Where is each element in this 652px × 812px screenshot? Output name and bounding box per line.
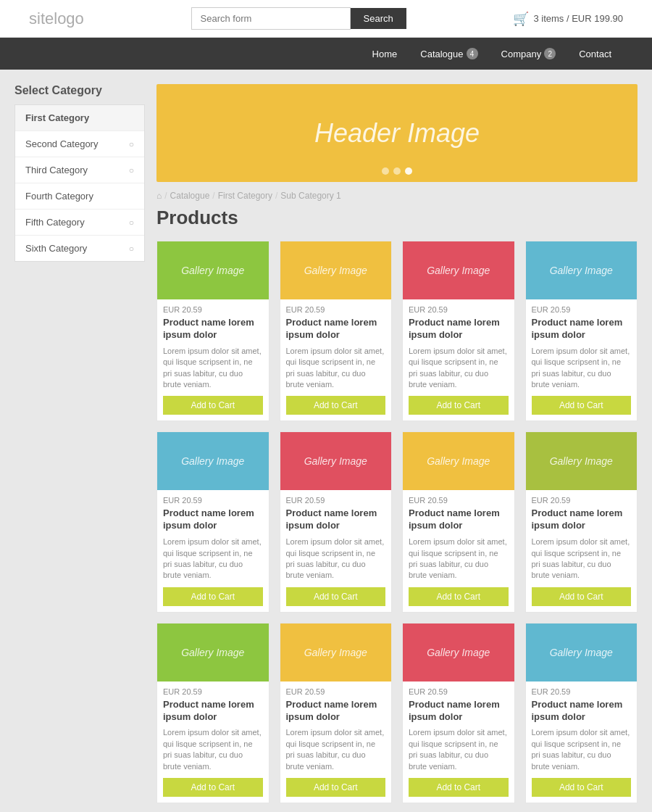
- product-desc-1: Lorem ipsum dolor sit amet, qui lisque s…: [163, 346, 263, 391]
- product-name-9: Product name lorem ipsum dolor: [163, 699, 263, 724]
- breadcrumb-catalogue[interactable]: Catalogue: [170, 191, 210, 201]
- product-price-2: EUR 20.59: [286, 305, 386, 314]
- breadcrumb-current: Sub Category 1: [280, 191, 340, 201]
- product-body-2: EUR 20.59 Product name lorem ipsum dolor…: [280, 299, 392, 420]
- chevron-right-icon: ○: [129, 218, 134, 228]
- category-label: Second Category: [25, 138, 98, 149]
- chevron-right-icon: ○: [129, 139, 134, 149]
- product-name-5: Product name lorem ipsum dolor: [163, 508, 263, 532]
- chevron-right-icon: ○: [129, 165, 134, 175]
- product-card-10: Gallery Image EUR 20.59 Product name lor…: [280, 623, 393, 803]
- product-price-9: EUR 20.59: [163, 687, 263, 696]
- add-to-cart-button-11[interactable]: Add to Cart: [409, 778, 509, 797]
- search-area: Search: [191, 7, 406, 30]
- cart-area[interactable]: 🛒 3 items / EUR 199.90: [513, 11, 623, 27]
- category-label: Fifth Category: [25, 217, 85, 228]
- nav-item-company[interactable]: Company 2: [490, 38, 568, 70]
- product-desc-3: Lorem ipsum dolor sit amet, qui lisque s…: [409, 346, 509, 391]
- product-name-3: Product name lorem ipsum dolor: [409, 317, 509, 341]
- product-body-7: EUR 20.59 Product name lorem ipsum dolor…: [403, 490, 514, 611]
- site-header: sitelogo Search 🛒 3 items / EUR 199.90: [0, 0, 652, 38]
- product-name-1: Product name lorem ipsum dolor: [163, 317, 263, 341]
- product-price-3: EUR 20.59: [409, 305, 509, 314]
- sidebar-item-third-category[interactable]: Third Category ○: [15, 157, 144, 183]
- product-image-6: Gallery Image: [280, 432, 392, 490]
- product-desc-6: Lorem ipsum dolor sit amet, qui lisque s…: [286, 536, 386, 581]
- main-wrapper: Select Category First Category Second Ca…: [14, 84, 638, 812]
- product-body-10: EUR 20.59 Product name lorem ipsum dolor…: [280, 682, 392, 803]
- products-title: Products: [156, 207, 638, 229]
- search-input[interactable]: [191, 7, 351, 30]
- home-icon[interactable]: ⌂: [156, 191, 162, 201]
- product-body-1: EUR 20.59 Product name lorem ipsum dolor…: [157, 299, 269, 420]
- product-desc-4: Lorem ipsum dolor sit amet, qui lisque s…: [532, 346, 632, 391]
- dot-3[interactable]: [405, 167, 412, 175]
- product-desc-9: Lorem ipsum dolor sit amet, qui lisque s…: [163, 727, 263, 772]
- product-card-3: Gallery Image EUR 20.59 Product name lor…: [402, 241, 515, 421]
- add-to-cart-button-10[interactable]: Add to Cart: [286, 778, 386, 797]
- category-label: First Category: [25, 112, 89, 123]
- product-image-4: Gallery Image: [526, 241, 638, 299]
- nav-item-catalogue[interactable]: Catalogue 4: [409, 38, 489, 70]
- add-to-cart-button-8[interactable]: Add to Cart: [532, 587, 632, 606]
- product-image-2: Gallery Image: [280, 241, 392, 299]
- product-card-7: Gallery Image EUR 20.59 Product name lor…: [402, 431, 515, 612]
- add-to-cart-button-12[interactable]: Add to Cart: [532, 778, 632, 797]
- cart-info: 3 items / EUR 199.90: [533, 13, 623, 24]
- product-image-11: Gallery Image: [403, 624, 514, 682]
- product-desc-5: Lorem ipsum dolor sit amet, qui lisque s…: [163, 536, 263, 581]
- header-banner: Header Image: [156, 84, 638, 182]
- category-label: Third Category: [25, 165, 88, 175]
- product-desc-8: Lorem ipsum dolor sit amet, qui lisque s…: [532, 536, 632, 581]
- search-button[interactable]: Search: [351, 8, 406, 29]
- products-grid-row1: Gallery Image EUR 20.59 Product name lor…: [156, 241, 638, 421]
- product-image-1: Gallery Image: [157, 241, 269, 299]
- category-list: First Category Second Category ○ Third C…: [14, 104, 145, 262]
- product-body-12: EUR 20.59 Product name lorem ipsum dolor…: [526, 682, 638, 803]
- dot-2[interactable]: [393, 167, 401, 175]
- breadcrumb-sep: /: [212, 191, 214, 201]
- nav-item-home[interactable]: Home: [361, 38, 409, 70]
- product-body-11: EUR 20.59 Product name lorem ipsum dolor…: [403, 682, 514, 803]
- add-to-cart-button-5[interactable]: Add to Cart: [163, 587, 263, 606]
- product-card-11: Gallery Image EUR 20.59 Product name lor…: [402, 623, 515, 803]
- product-price-12: EUR 20.59: [532, 687, 632, 696]
- product-desc-11: Lorem ipsum dolor sit amet, qui lisque s…: [409, 727, 509, 772]
- add-to-cart-button-1[interactable]: Add to Cart: [163, 396, 263, 415]
- product-desc-7: Lorem ipsum dolor sit amet, qui lisque s…: [409, 536, 509, 581]
- product-body-5: EUR 20.59 Product name lorem ipsum dolor…: [157, 490, 269, 611]
- breadcrumb-sep: /: [164, 191, 167, 201]
- add-to-cart-button-7[interactable]: Add to Cart: [409, 587, 509, 606]
- sidebar-item-fifth-category[interactable]: Fifth Category ○: [15, 210, 144, 236]
- add-to-cart-button-6[interactable]: Add to Cart: [286, 587, 386, 606]
- breadcrumb: ⌂ / Catalogue / First Category / Sub Cat…: [156, 191, 638, 201]
- product-body-8: EUR 20.59 Product name lorem ipsum dolor…: [526, 490, 638, 611]
- product-card-4: Gallery Image EUR 20.59 Product name lor…: [525, 241, 638, 421]
- nav-item-contact[interactable]: Contact: [567, 38, 623, 70]
- sidebar-item-first-category[interactable]: First Category: [15, 105, 144, 131]
- add-to-cart-button-9[interactable]: Add to Cart: [163, 778, 263, 797]
- product-card-6: Gallery Image EUR 20.59 Product name lor…: [280, 431, 393, 612]
- add-to-cart-button-4[interactable]: Add to Cart: [532, 396, 632, 415]
- product-price-5: EUR 20.59: [163, 496, 263, 505]
- product-card-8: Gallery Image EUR 20.59 Product name lor…: [525, 431, 638, 612]
- company-badge: 2: [544, 48, 556, 59]
- product-price-10: EUR 20.59: [286, 687, 386, 696]
- product-image-8: Gallery Image: [526, 432, 638, 490]
- breadcrumb-first-category[interactable]: First Category: [218, 191, 272, 201]
- product-card-5: Gallery Image EUR 20.59 Product name lor…: [156, 431, 269, 612]
- add-to-cart-button-3[interactable]: Add to Cart: [409, 396, 509, 415]
- sidebar-item-fourth-category[interactable]: Fourth Category: [15, 183, 144, 210]
- product-desc-2: Lorem ipsum dolor sit amet, qui lisque s…: [286, 346, 386, 391]
- sidebar-item-second-category[interactable]: Second Category ○: [15, 131, 144, 157]
- product-name-11: Product name lorem ipsum dolor: [409, 699, 509, 724]
- sidebar-item-sixth-category[interactable]: Sixth Category ○: [15, 236, 144, 261]
- product-price-4: EUR 20.59: [532, 305, 632, 314]
- dot-1[interactable]: [382, 167, 389, 175]
- product-price-7: EUR 20.59: [409, 496, 509, 505]
- catalogue-badge: 4: [467, 48, 478, 59]
- add-to-cart-button-2[interactable]: Add to Cart: [286, 396, 386, 415]
- product-image-12: Gallery Image: [526, 624, 638, 682]
- product-card-12: Gallery Image EUR 20.59 Product name lor…: [525, 623, 638, 803]
- product-image-9: Gallery Image: [157, 624, 269, 682]
